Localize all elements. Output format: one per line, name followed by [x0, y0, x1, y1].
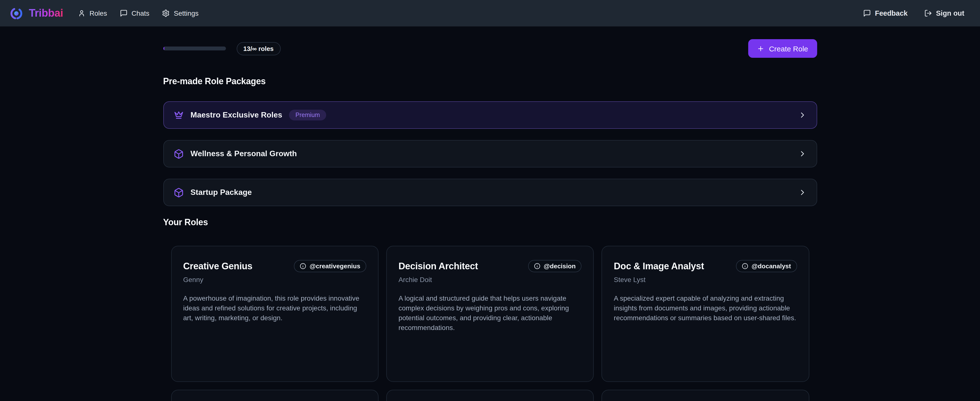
brand-name: Tribbai	[29, 7, 63, 19]
crown-icon	[173, 110, 184, 120]
role-card-partial[interactable]	[386, 390, 594, 401]
main-content: 13/∞ roles Create Role Pre-made Role Pac…	[163, 39, 817, 401]
roles-usage-progress-fill	[163, 46, 164, 50]
sign-out-label: Sign out	[936, 9, 964, 17]
chevron-right-icon	[798, 149, 807, 158]
feedback-label: Feedback	[875, 9, 908, 17]
gear-icon	[162, 9, 170, 17]
role-cards-grid: Creative Genius @creativegenius Genny A …	[163, 246, 817, 401]
role-handle: @decision	[544, 262, 576, 270]
nav-label: Roles	[89, 9, 107, 17]
role-description: A specialized expert capable of analyzin…	[614, 293, 797, 323]
role-card-creative-genius[interactable]: Creative Genius @creativegenius Genny A …	[171, 246, 379, 382]
tribbai-logo-icon	[10, 6, 23, 20]
role-card-doc-image-analyst[interactable]: Doc & Image Analyst @docanalyst Steve Ly…	[601, 246, 809, 382]
role-subtitle: Genny	[183, 276, 366, 283]
package-title: Maestro Exclusive Roles	[191, 111, 282, 120]
chevron-right-icon	[798, 188, 807, 197]
role-handle-badge[interactable]: @creativegenius	[294, 260, 366, 272]
package-row-maestro[interactable]: Maestro Exclusive Roles Premium	[163, 101, 817, 129]
nav-label: Chats	[132, 9, 150, 17]
sign-out-icon	[924, 9, 932, 17]
brand[interactable]: Tribbai	[10, 6, 63, 20]
create-role-label: Create Role	[769, 44, 808, 53]
roles-count-badge: 13/∞ roles	[237, 42, 280, 55]
feedback-button[interactable]: Feedback	[863, 9, 908, 17]
role-card-decision-architect[interactable]: Decision Architect @decision Archie Doit…	[386, 246, 594, 382]
sign-out-button[interactable]: Sign out	[924, 9, 964, 17]
package-title: Wellness & Personal Growth	[191, 149, 297, 158]
card-header: Creative Genius @creativegenius	[183, 260, 366, 272]
info-icon	[300, 263, 306, 269]
package-list: Maestro Exclusive Roles Premium Wellness…	[163, 101, 817, 206]
role-handle: @creativegenius	[310, 262, 360, 270]
role-title: Decision Architect	[399, 261, 478, 272]
package-row-wellness[interactable]: Wellness & Personal Growth	[163, 140, 817, 168]
app-root: Tribbai Roles Chats Settings	[0, 0, 980, 401]
roles-usage-progress-bar	[163, 46, 226, 50]
packages-section-title: Pre-made Role Packages	[163, 77, 817, 87]
nav-item-roles[interactable]: Roles	[78, 9, 107, 17]
plus-icon	[757, 45, 765, 52]
role-handle: @docanalyst	[752, 262, 791, 270]
nav-label: Settings	[174, 9, 199, 17]
info-icon	[742, 263, 748, 269]
role-title: Doc & Image Analyst	[614, 261, 704, 272]
your-roles-section-title: Your Roles	[163, 217, 817, 228]
card-header: Doc & Image Analyst @docanalyst	[614, 260, 797, 272]
top-navigation-bar: Tribbai Roles Chats Settings	[0, 0, 980, 26]
role-card-partial[interactable]	[601, 390, 809, 401]
premium-badge: Premium	[289, 110, 326, 120]
package-icon	[173, 149, 184, 159]
role-subtitle: Steve Lyst	[614, 276, 797, 283]
create-role-button[interactable]: Create Role	[748, 39, 817, 58]
package-row-startup[interactable]: Startup Package	[163, 179, 817, 206]
role-title: Creative Genius	[183, 261, 252, 272]
feedback-icon	[863, 9, 871, 17]
package-title: Startup Package	[191, 188, 252, 197]
role-description: A logical and structured guide that help…	[399, 293, 582, 332]
nav-item-chats[interactable]: Chats	[120, 9, 150, 17]
role-handle-badge[interactable]: @docanalyst	[736, 260, 797, 272]
role-card-partial[interactable]	[171, 390, 379, 401]
role-handle-badge[interactable]: @decision	[528, 260, 581, 272]
package-icon	[173, 187, 184, 198]
user-icon	[78, 9, 86, 17]
role-description: A powerhouse of imagination, this role p…	[183, 293, 366, 323]
chat-icon	[120, 9, 127, 17]
roles-toolbar: 13/∞ roles Create Role	[163, 39, 817, 58]
nav-item-settings[interactable]: Settings	[162, 9, 199, 17]
topbar-right: Feedback Sign out	[863, 9, 964, 17]
info-icon	[534, 263, 540, 269]
role-subtitle: Archie Doit	[399, 276, 582, 283]
primary-nav: Roles Chats Settings	[78, 9, 199, 17]
chevron-right-icon	[798, 111, 807, 120]
card-header: Decision Architect @decision	[399, 260, 582, 272]
